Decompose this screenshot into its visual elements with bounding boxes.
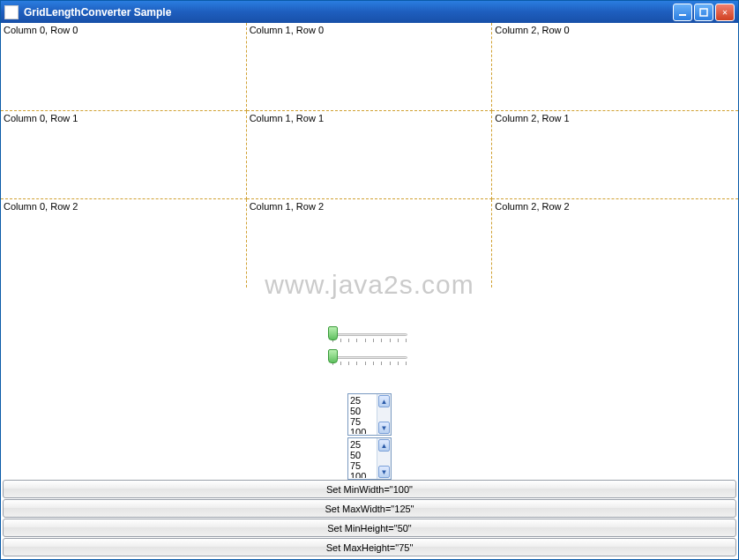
list-item[interactable]: 25: [350, 395, 375, 406]
slider-thumb[interactable]: [328, 326, 338, 340]
listbox-group: 25 50 75 100 ▲ ▼ 25 50 75: [347, 393, 392, 480]
grid-cell: Column 0, Row 1: [1, 111, 247, 199]
height-listbox[interactable]: 25 50 75 100 ▲ ▼: [347, 437, 392, 480]
grid-cell: Column 2, Row 0: [492, 23, 738, 111]
scrollbar[interactable]: ▲ ▼: [377, 394, 391, 435]
client-area: Column 0, Row 0 Column 1, Row 0 Column 2…: [1, 23, 738, 559]
chevron-up-icon: ▲: [381, 442, 388, 450]
slider-ticks: [332, 362, 407, 365]
set-minwidth-button[interactable]: Set MinWidth="100": [3, 480, 736, 498]
list-item[interactable]: 75: [350, 460, 375, 471]
titlebar[interactable]: GridLengthConverter Sample ✕: [1, 1, 738, 23]
list-item[interactable]: 100: [350, 427, 375, 434]
app-icon: [4, 5, 19, 19]
list-item[interactable]: 25: [350, 439, 375, 450]
svg-rect-0: [679, 14, 686, 16]
scroll-down-button[interactable]: ▼: [378, 422, 390, 434]
grid-cell: Column 1, Row 0: [247, 23, 493, 111]
controls-area: www.java2s.com 25 50 75 100: [1, 287, 738, 480]
button-panel: Set MinWidth="100" Set MaxWidth="125" Se…: [1, 480, 738, 559]
listbox-items: 25 50 75 100: [348, 438, 377, 479]
width-slider[interactable]: [328, 325, 412, 344]
slider-ticks: [332, 339, 407, 342]
maximize-icon: [699, 8, 708, 17]
scroll-track[interactable]: [378, 452, 390, 465]
scrollbar[interactable]: ▲ ▼: [377, 438, 391, 479]
scroll-up-button[interactable]: ▲: [378, 439, 390, 452]
width-listbox[interactable]: 25 50 75 100 ▲ ▼: [347, 393, 392, 436]
list-item[interactable]: 50: [350, 450, 375, 460]
slider-track: [332, 333, 407, 336]
set-maxwidth-button[interactable]: Set MaxWidth="125": [3, 499, 736, 518]
window-title: GridLengthConverter Sample: [24, 6, 673, 19]
height-slider[interactable]: [328, 347, 412, 367]
slider-thumb[interactable]: [328, 349, 338, 363]
chevron-up-icon: ▲: [381, 398, 388, 406]
grid-cell: Column 1, Row 1: [247, 111, 493, 199]
app-window: GridLengthConverter Sample ✕ Column 0, R…: [0, 0, 739, 560]
scroll-down-button[interactable]: ▼: [378, 466, 390, 478]
minimize-icon: [678, 8, 687, 17]
list-item[interactable]: 100: [350, 471, 375, 478]
close-icon: ✕: [722, 7, 728, 17]
window-buttons: ✕: [673, 4, 735, 21]
chevron-down-icon: ▼: [381, 424, 388, 432]
chevron-down-icon: ▼: [381, 468, 388, 476]
slider-track: [332, 356, 407, 359]
scroll-up-button[interactable]: ▲: [378, 395, 390, 407]
grid-cell: Column 0, Row 2: [1, 199, 247, 287]
grid-cell: Column 0, Row 0: [1, 23, 247, 111]
list-item[interactable]: 75: [350, 416, 375, 427]
minimize-button[interactable]: [673, 4, 692, 21]
svg-rect-1: [700, 9, 707, 16]
set-maxheight-button[interactable]: Set MaxHeight="75": [3, 538, 736, 556]
set-minheight-button[interactable]: Set MinHeight="50": [3, 519, 736, 537]
scroll-track[interactable]: [378, 408, 390, 421]
grid-cell: Column 2, Row 2: [492, 199, 738, 287]
close-button[interactable]: ✕: [715, 4, 735, 21]
maximize-button[interactable]: [694, 4, 713, 21]
demo-grid: Column 0, Row 0 Column 1, Row 0 Column 2…: [1, 23, 738, 287]
listbox-items: 25 50 75 100: [348, 394, 377, 435]
grid-cell: Column 2, Row 1: [492, 111, 738, 199]
list-item[interactable]: 50: [350, 406, 375, 416]
grid-cell: Column 1, Row 2: [247, 199, 493, 287]
